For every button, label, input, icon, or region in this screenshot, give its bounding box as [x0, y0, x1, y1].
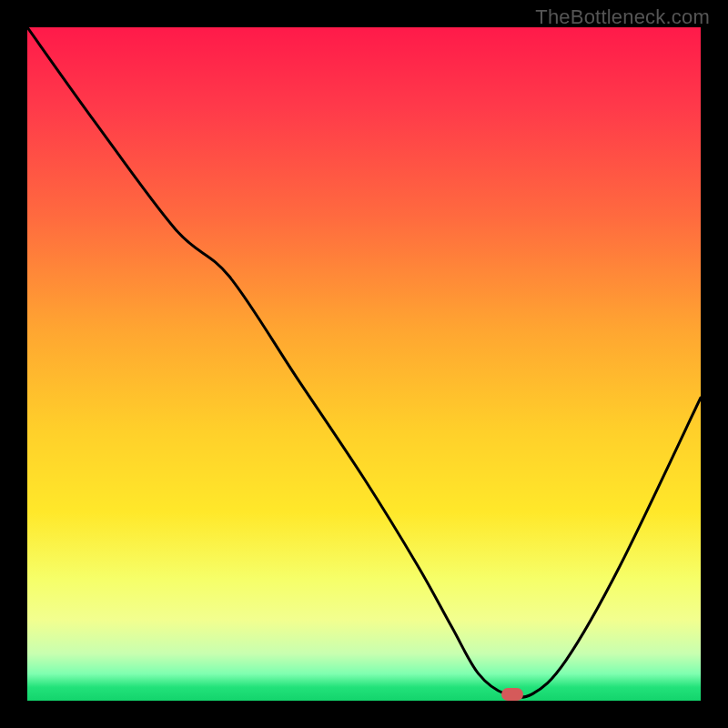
watermark-text: TheBottleneck.com [535, 5, 710, 29]
chart-container: TheBottleneck.com [0, 0, 728, 728]
curve-svg [27, 27, 701, 701]
bottleneck-marker [501, 688, 523, 701]
bottleneck-curve-path [27, 27, 701, 697]
plot-area [27, 27, 701, 701]
